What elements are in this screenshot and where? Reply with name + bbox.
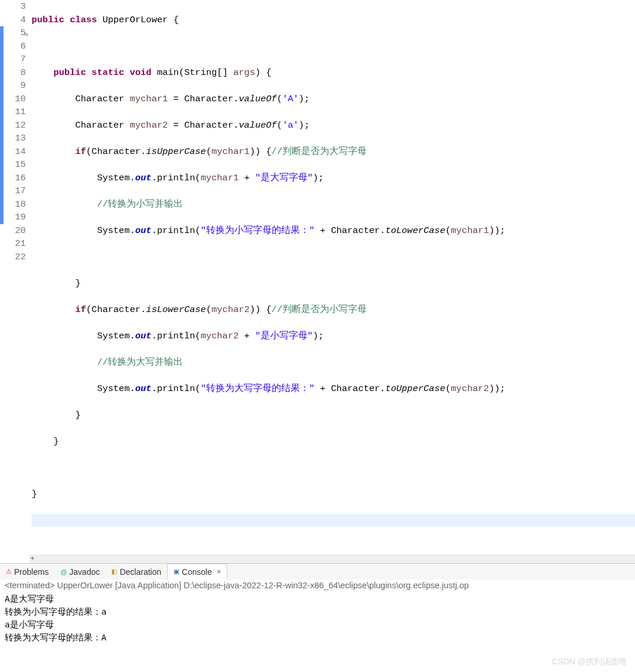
javadoc-icon: @ — [60, 568, 67, 575]
line-number: 10 — [0, 92, 26, 106]
console-line: 转换为小写字母的结果：a — [5, 605, 630, 618]
line-number: 22 — [0, 251, 26, 264]
line-number-gutter: 3 4 5⊖ 6 7 8 9 10 11 12 13 14 15 16 17 1… — [0, 0, 29, 563]
code-editor[interactable]: 3 4 5⊖ 6 7 8 9 10 11 12 13 14 15 16 17 1… — [0, 0, 635, 563]
tab-declaration[interactable]: ◧ Declaration — [105, 564, 167, 580]
tab-console[interactable]: ▣ Console × — [167, 564, 227, 580]
line-number: 18 — [0, 198, 26, 211]
problems-icon: ⚠ — [6, 568, 12, 575]
line-number: 20 — [0, 224, 26, 238]
horizontal-scrollbar[interactable] — [29, 555, 635, 563]
line-number: 13 — [0, 132, 26, 145]
tab-label: Javadoc — [69, 567, 100, 577]
bottom-tabs-bar: ⚠ Problems @ Javadoc ◧ Declaration ▣ Con… — [0, 563, 635, 580]
console-status: <terminated> UpperOrLower [Java Applicat… — [0, 580, 635, 591]
tab-problems[interactable]: ⚠ Problems — [0, 564, 54, 580]
line-number: 15 — [0, 158, 26, 172]
line-number: 14 — [0, 145, 26, 159]
console-line: 转换为大写字母的结果：A — [5, 631, 630, 644]
line-number: 3 — [0, 0, 26, 13]
console-icon: ▣ — [173, 568, 179, 575]
line-number: 16 — [0, 172, 26, 185]
console-line: A是大写字母 — [5, 592, 630, 605]
line-number: 6 — [0, 40, 26, 53]
line-number: 4 — [0, 13, 26, 27]
line-number: 11 — [0, 105, 26, 119]
line-number: 12 — [0, 119, 26, 132]
console-line: a是小写字母 — [5, 618, 630, 631]
line-number: 5⊖ — [0, 26, 26, 40]
close-icon[interactable]: × — [217, 567, 221, 576]
line-number: 9 — [0, 79, 26, 92]
line-number: 19 — [0, 211, 26, 224]
line-number: 21 — [0, 237, 26, 251]
line-number: 7 — [0, 53, 26, 66]
watermark: CSDN @抓到汤圆噜 — [552, 657, 627, 667]
line-number: 17 — [0, 184, 26, 198]
tab-javadoc[interactable]: @ Javadoc — [54, 564, 105, 580]
code-area[interactable]: public class UpperOrLower { public stati… — [29, 0, 635, 563]
console-output[interactable]: A是大写字母 转换为小写字母的结果：a a是小写字母 转换为大写字母的结果：A — [0, 591, 635, 645]
tab-label: Problems — [14, 567, 49, 577]
line-number: 8 — [0, 66, 26, 80]
tab-label: Declaration — [120, 567, 161, 577]
tab-label: Console — [182, 567, 211, 577]
declaration-icon: ◧ — [111, 568, 117, 575]
